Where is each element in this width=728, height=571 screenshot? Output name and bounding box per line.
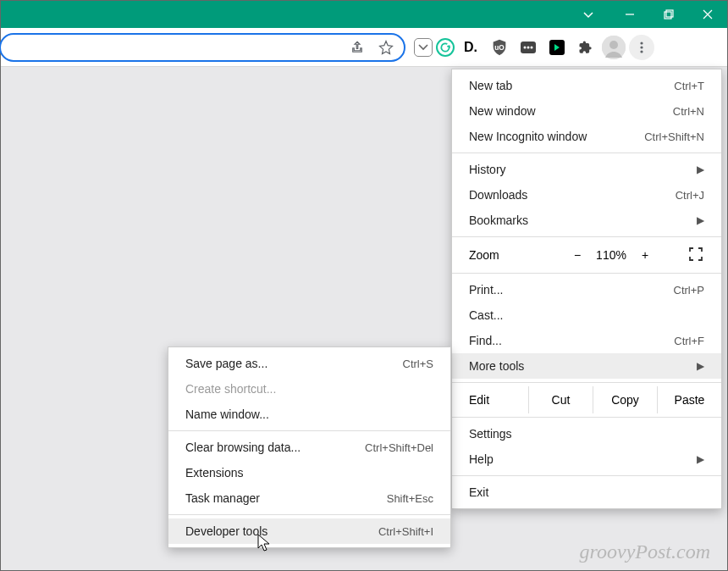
- submenu-item-task-manager[interactable]: Task manager Shift+Esc: [168, 485, 450, 511]
- menu-label: Help: [469, 452, 494, 466]
- menu-shortcut: Ctrl+S: [403, 358, 433, 370]
- chevron-right-icon: ▶: [697, 360, 704, 372]
- maximize-button[interactable]: [649, 1, 688, 28]
- browser-window: D. uO New tab Ctrl+T: [0, 0, 728, 571]
- menu-separator: [452, 417, 721, 418]
- pocket-icon[interactable]: [414, 38, 433, 57]
- edit-row: Edit Cut Copy Paste: [452, 386, 721, 413]
- menu-label: Save page as...: [185, 357, 267, 370]
- svg-point-15: [640, 50, 643, 53]
- share-icon[interactable]: [346, 36, 368, 58]
- svg-point-12: [609, 41, 618, 49]
- menu-label: New window: [469, 104, 536, 118]
- menu-item-downloads[interactable]: Downloads Ctrl+J: [452, 182, 721, 208]
- menu-item-exit[interactable]: Exit: [452, 480, 721, 505]
- menu-item-settings[interactable]: Settings: [452, 421, 721, 446]
- paste-button[interactable]: Paste: [657, 386, 721, 413]
- chevron-right-icon: ▶: [697, 164, 704, 175]
- svg-rect-2: [666, 10, 673, 17]
- menu-label: Exit: [469, 485, 488, 499]
- submenu-item-name-window[interactable]: Name window...: [168, 402, 450, 427]
- zoom-value: 110%: [594, 248, 628, 262]
- close-button[interactable]: [688, 1, 727, 28]
- svg-point-8: [527, 46, 530, 48]
- menu-label: Extensions: [185, 466, 243, 480]
- address-bar[interactable]: [0, 33, 405, 62]
- menu-item-print[interactable]: Print... Ctrl+P: [452, 277, 721, 302]
- grammarly-icon[interactable]: [436, 38, 455, 57]
- menu-separator: [452, 273, 721, 274]
- menu-separator: [168, 514, 450, 515]
- menu-item-new-window[interactable]: New window Ctrl+N: [452, 98, 721, 124]
- dictionary-icon[interactable]: D.: [458, 35, 483, 60]
- menu-label: History: [469, 163, 506, 176]
- zoom-in-button[interactable]: +: [628, 248, 662, 262]
- edit-label: Edit: [469, 393, 528, 407]
- svg-point-13: [640, 42, 643, 44]
- minimize-button[interactable]: [610, 1, 649, 28]
- menu-label: Bookmarks: [469, 213, 528, 227]
- fullscreen-icon[interactable]: [679, 247, 713, 263]
- tab-search-icon[interactable]: [571, 1, 605, 28]
- ublock-icon[interactable]: uO: [487, 35, 512, 60]
- star-icon[interactable]: [375, 36, 397, 58]
- extensions-puzzle-icon[interactable]: [573, 35, 598, 60]
- chevron-right-icon: ▶: [697, 453, 704, 465]
- menu-label: New Incognito window: [469, 130, 587, 143]
- menu-item-new-incognito[interactable]: New Incognito window Ctrl+Shift+N: [452, 124, 721, 149]
- menu-item-bookmarks[interactable]: Bookmarks ▶: [452, 208, 721, 233]
- submenu-item-extensions[interactable]: Extensions: [168, 460, 450, 485]
- menu-separator: [452, 382, 721, 383]
- menu-shortcut: Ctrl+P: [674, 284, 704, 297]
- watermark: groovyPost.com: [580, 541, 710, 563]
- menu-item-find[interactable]: Find... Ctrl+F: [452, 328, 721, 353]
- menu-item-history[interactable]: History ▶: [452, 157, 721, 182]
- menu-label: Settings: [469, 427, 512, 441]
- menu-item-help[interactable]: Help ▶: [452, 446, 721, 472]
- menu-label: Name window...: [185, 407, 269, 421]
- svg-point-9: [531, 46, 533, 48]
- menu-label: New tab: [469, 79, 512, 92]
- menu-label: Task manager: [185, 491, 260, 505]
- submenu-item-save-page[interactable]: Save page as... Ctrl+S: [168, 351, 450, 376]
- menu-item-new-tab[interactable]: New tab Ctrl+T: [452, 73, 721, 98]
- menu-shortcut: Shift+Esc: [387, 492, 433, 505]
- menu-label: Find...: [469, 334, 502, 347]
- cut-button[interactable]: Cut: [528, 386, 593, 413]
- social-icon[interactable]: [516, 35, 541, 60]
- play-icon[interactable]: [544, 35, 570, 60]
- menu-label: Downloads: [469, 188, 527, 202]
- menu-item-cast[interactable]: Cast...: [452, 302, 721, 328]
- menu-separator: [452, 152, 721, 153]
- more-tools-submenu: Save page as... Ctrl+S Create shortcut..…: [168, 346, 451, 548]
- menu-shortcut: Ctrl+T: [674, 80, 704, 92]
- profile-avatar[interactable]: [602, 36, 626, 59]
- submenu-item-clear-data[interactable]: Clear browsing data... Ctrl+Shift+Del: [168, 435, 450, 460]
- chrome-menu-button[interactable]: [629, 35, 654, 60]
- submenu-item-developer-tools[interactable]: Developer tools Ctrl+Shift+I: [168, 518, 450, 544]
- menu-separator: [168, 430, 450, 431]
- zoom-out-button[interactable]: −: [560, 248, 594, 262]
- menu-separator: [452, 475, 721, 476]
- chevron-right-icon: ▶: [697, 214, 704, 226]
- svg-text:uO: uO: [494, 43, 505, 51]
- menu-shortcut: Ctrl+Shift+Del: [365, 441, 433, 454]
- menu-label: Print...: [469, 283, 503, 297]
- chrome-menu: New tab Ctrl+T New window Ctrl+N New Inc…: [451, 69, 722, 509]
- menu-separator: [452, 236, 721, 237]
- menu-shortcut: Ctrl+F: [674, 335, 704, 347]
- svg-point-7: [524, 46, 527, 48]
- menu-item-more-tools[interactable]: More tools ▶: [452, 353, 721, 379]
- svg-rect-1: [665, 12, 671, 19]
- svg-point-14: [640, 46, 643, 48]
- menu-shortcut: Ctrl+N: [673, 105, 704, 118]
- menu-label: Clear browsing data...: [185, 441, 301, 454]
- menu-label: Cast...: [469, 308, 503, 322]
- zoom-row: Zoom − 110% +: [452, 241, 721, 269]
- submenu-item-create-shortcut: Create shortcut...: [168, 376, 450, 402]
- menu-shortcut: Ctrl+J: [676, 189, 704, 202]
- menu-label: Developer tools: [185, 524, 267, 538]
- titlebar: [1, 1, 727, 28]
- copy-button[interactable]: Copy: [593, 386, 657, 413]
- toolbar: D. uO: [1, 28, 727, 67]
